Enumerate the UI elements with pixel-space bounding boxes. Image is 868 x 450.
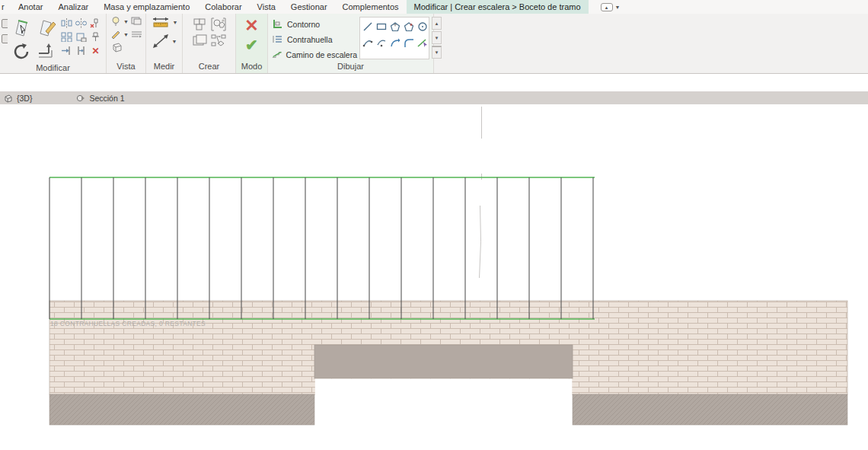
- delete-button[interactable]: ✕: [89, 45, 102, 56]
- rotate-icon: [11, 42, 31, 62]
- panel-dibujar: Contorno Contrahuella: [268, 14, 434, 73]
- grid-squares-icon: [61, 32, 72, 42]
- parts-diagram-icon: [210, 34, 227, 47]
- ground-hatch-left[interactable]: [49, 394, 314, 425]
- ribbon-collapse-button[interactable]: ▴ ▼: [596, 0, 625, 14]
- panel-label-vista[interactable]: Vista: [107, 62, 145, 73]
- copy-button[interactable]: [75, 31, 88, 43]
- tab-clipped[interactable]: r: [0, 0, 11, 14]
- option-camino-de-escalera[interactable]: Camino de escalera: [272, 48, 357, 61]
- chevron-down-icon[interactable]: ▼: [173, 20, 178, 25]
- corner-trim-button[interactable]: [35, 40, 58, 63]
- chevron-down-icon: ▼: [615, 5, 621, 10]
- edit-sketch-button[interactable]: [35, 16, 58, 39]
- present-view-button[interactable]: [131, 17, 142, 26]
- panel-label-modificar[interactable]: Modificar: [0, 63, 106, 73]
- linework-button[interactable]: [110, 30, 121, 39]
- panel-label-modo[interactable]: Modo: [236, 62, 267, 73]
- lightbulb-icon: [110, 16, 121, 27]
- panel-label-crear[interactable]: Crear: [183, 62, 235, 73]
- group-cubes-icon: [193, 18, 208, 31]
- view-tab-seccion-1[interactable]: Sección 1: [73, 91, 135, 104]
- wall-select-icon: [11, 18, 31, 37]
- cancel-x-icon: ✕: [244, 16, 258, 36]
- rect-corner-icon: [75, 32, 87, 42]
- panel-medir: ▼ ▼ Medir: [146, 14, 183, 73]
- unpin-button[interactable]: [89, 18, 102, 29]
- tool-rectangle[interactable]: [375, 20, 388, 33]
- status-message: 18 CONTRAHUELLAS CREADAS, 0 RESTANTES: [50, 320, 206, 327]
- trim-extend-button[interactable]: [60, 45, 73, 56]
- trim-icon: [61, 46, 72, 56]
- sketch-boundary-lines[interactable]: [49, 177, 595, 319]
- circle-tool-icon: [417, 21, 428, 32]
- measure-between-button[interactable]: [152, 33, 170, 49]
- view-tab-label: Sección 1: [89, 94, 124, 103]
- tool-polygon-circumscribed[interactable]: [402, 20, 415, 33]
- cancel-sketch-button[interactable]: ✕: [244, 16, 258, 36]
- chevron-down-icon[interactable]: ▼: [123, 32, 129, 37]
- default-3d-button[interactable]: [110, 42, 123, 53]
- finish-sketch-button[interactable]: ✔: [245, 36, 258, 54]
- finish-check-icon: ✔: [245, 36, 258, 54]
- tab-modificar-contextual[interactable]: Modificar | Crear escalera > Boceto de t…: [407, 0, 589, 14]
- lintel[interactable]: [314, 345, 573, 378]
- view-3d-icon: [3, 94, 13, 103]
- measure-diagonal-icon: [152, 33, 170, 49]
- panel-label-dibujar[interactable]: Dibujar: [268, 62, 433, 73]
- cube-icon: [110, 42, 123, 53]
- option-contrahuella[interactable]: Contrahuella: [272, 33, 357, 46]
- line-tool-icon: [362, 21, 373, 32]
- revit-window: r Anotar Analizar Masa y emplazamiento C…: [0, 0, 868, 450]
- create-similar-button[interactable]: [210, 17, 227, 31]
- view-tab-3d[interactable]: {3D}: [0, 91, 43, 104]
- panel-crear: Crear: [183, 14, 236, 73]
- create-group-button[interactable]: [192, 17, 209, 31]
- offset-button[interactable]: [75, 45, 88, 56]
- tab-masa-y-emplazamiento[interactable]: Masa y emplazamiento: [96, 0, 197, 14]
- ribbon: ✕ Modificar ▼: [0, 14, 868, 74]
- align-ends-button[interactable]: [75, 18, 88, 29]
- pick-lines-icon: [417, 37, 428, 48]
- option-contorno[interactable]: Contorno: [272, 18, 357, 30]
- view-tab-label: {3D}: [17, 94, 32, 103]
- create-parts-button[interactable]: [210, 33, 227, 47]
- align-button[interactable]: [60, 18, 73, 29]
- tab-anotar[interactable]: Anotar: [11, 0, 50, 14]
- measure-button[interactable]: [151, 16, 171, 28]
- mirror-button[interactable]: [60, 31, 73, 43]
- section-marker-icon: [76, 94, 85, 103]
- tab-gestionar[interactable]: Gestionar: [283, 0, 335, 14]
- polygon-circumscribed-icon: [404, 21, 414, 32]
- tool-circle[interactable]: [416, 20, 429, 33]
- riser-lines[interactable]: [49, 177, 593, 319]
- contorno-icon: [272, 19, 283, 29]
- drawing-area[interactable]: 18 CONTRAHUELLAS CREADAS, 0 RESTANTES: [0, 104, 868, 450]
- tool-arc-tangent[interactable]: [388, 36, 401, 49]
- chevron-down-icon[interactable]: ▼: [172, 39, 177, 44]
- override-lines-button[interactable]: [131, 30, 142, 38]
- tool-line[interactable]: [361, 20, 374, 33]
- rotate-button[interactable]: [10, 40, 33, 63]
- tab-vista[interactable]: Vista: [250, 0, 283, 14]
- tab-analizar[interactable]: Analizar: [50, 0, 96, 14]
- ground-hatch-right[interactable]: [573, 394, 847, 425]
- view-tab-bar: {3D} Sección 1: [0, 91, 868, 104]
- tool-arc-center-ends[interactable]: [375, 36, 388, 49]
- option-label: Contorno: [287, 20, 320, 29]
- tool-polygon-inscribed[interactable]: [388, 20, 401, 33]
- panel-label-medir[interactable]: Medir: [146, 62, 182, 73]
- create-assembly-button[interactable]: [192, 33, 209, 47]
- modify-select-button[interactable]: [10, 16, 33, 39]
- tab-colaborar[interactable]: Colaborar: [197, 0, 249, 14]
- chevron-down-icon[interactable]: ▼: [123, 19, 129, 24]
- tool-arc-start-end[interactable]: [361, 36, 374, 49]
- tool-arc-fillet[interactable]: [402, 36, 415, 49]
- pin-button[interactable]: [89, 31, 102, 43]
- visibility-button[interactable]: [110, 16, 121, 27]
- align-icon: [61, 18, 72, 28]
- tool-pick-lines[interactable]: [416, 36, 429, 49]
- section-view: 18 CONTRAHUELLAS CREADAS, 0 RESTANTES: [0, 104, 868, 450]
- tab-complementos[interactable]: Complementos: [335, 0, 407, 14]
- align-ends-icon: [75, 18, 87, 28]
